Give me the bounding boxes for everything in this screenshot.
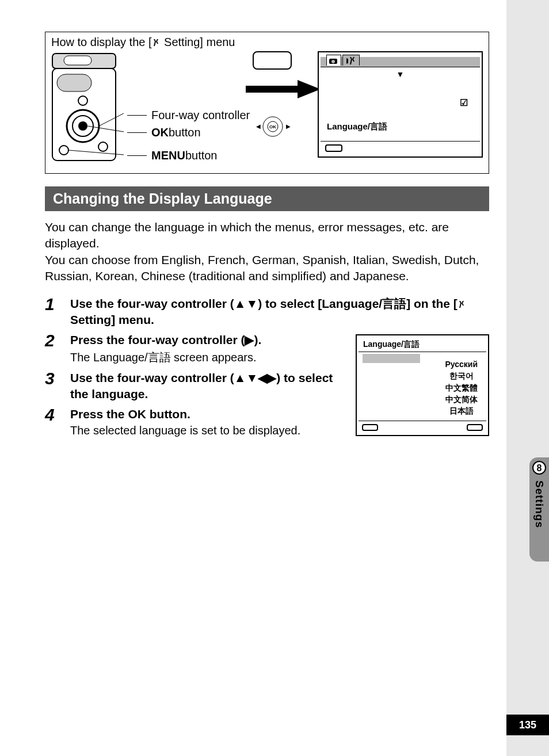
menu-label: MENU (151, 149, 185, 162)
menu-suffix: button (185, 149, 218, 162)
diagram-title-post: Setting] menu (161, 36, 235, 48)
step-subtext: The selected language is set to be displ… (70, 424, 341, 437)
label-ok: OK button (127, 126, 201, 139)
diagram-title: How to display the [ Setting] menu (51, 36, 483, 49)
step-heading: Press the OK button. (70, 406, 341, 422)
chapter-label: Settings (533, 480, 546, 528)
svg-text:OK: OK (269, 124, 276, 129)
step-number: 1 (45, 296, 70, 327)
side-panel: 8 Settings 135 (506, 0, 549, 756)
lang-option: 日本語 (445, 405, 478, 417)
step1-post: Setting] menu. (70, 313, 154, 326)
step-1: 1 Use the four-way controller (▲▼) to se… (45, 296, 489, 327)
lcd-footer (321, 141, 480, 155)
svg-text:▶: ▶ (286, 123, 291, 129)
label-fourway: Four-way controller (127, 109, 250, 122)
lang-option: 中文简体 (445, 394, 478, 405)
lcd-menu-button-icon (325, 144, 342, 152)
wrench-icon (458, 300, 467, 309)
ok-label: OK (151, 126, 169, 139)
footer-menu-button-icon (362, 424, 378, 431)
step-3: 3 Use the four-way controller (▲▼◀▶) to … (45, 370, 341, 402)
language-screen-footer (359, 421, 486, 433)
svg-point-21 (331, 60, 335, 63)
section-title: Changing the Display Language (45, 186, 489, 211)
step-4: 4 Press the OK button. The selected lang… (45, 406, 341, 437)
lang-option: 中文繁體 (445, 382, 478, 394)
steps-with-figure: 2 Press the four-way controller (▶). The… (45, 332, 489, 442)
step-heading: Use the four-way controller (▲▼◀▶) to se… (70, 370, 341, 402)
step1-pre: Use the four-way controller (▲▼) to sele… (70, 297, 458, 310)
diagram-title-pre: How to display the [ (51, 36, 152, 48)
arrow-icon (246, 79, 326, 100)
ok-suffix: button (169, 126, 201, 139)
lang-option: 한국어 (445, 370, 478, 381)
step4-post: button. (146, 407, 190, 421)
svg-rect-18 (246, 86, 298, 93)
svg-rect-3 (57, 74, 92, 91)
language-select-screen: Language/言語 Русский 한국어 中文繁體 中文简体 日本語 (356, 334, 489, 436)
how-to-diagram: How to display the [ Setting] menu (45, 32, 489, 174)
page-number: 135 (506, 715, 549, 735)
step-heading: Use the four-way controller (▲▼) to sele… (70, 296, 489, 327)
diagram-body: Four-way controller OK button MENU butto… (51, 51, 483, 166)
chapter-tab: 8 Settings (529, 457, 549, 562)
svg-rect-1 (64, 56, 92, 65)
tab-camera-icon (326, 55, 341, 66)
language-highlight (363, 354, 420, 363)
svg-marker-19 (298, 80, 321, 98)
lcd-language-row: Language/言語 (327, 121, 387, 132)
step4-pre: Press the (70, 407, 128, 421)
lcd-tabs (321, 54, 480, 67)
lang-option: Русский (445, 358, 478, 370)
wrench-icon (152, 38, 161, 47)
svg-text:◀: ◀ (256, 123, 261, 129)
step-number: 4 (45, 406, 70, 437)
down-arrow-icon: ▼ (396, 70, 405, 79)
svg-point-7 (78, 121, 87, 131)
step-number: 2 (45, 332, 70, 365)
step-2: 2 Press the four-way controller (▶). The… (45, 332, 341, 365)
settings-menu-screen: ▼ ☑ Language/言語 (318, 51, 483, 158)
tab-tools-icon (348, 55, 360, 66)
step-number: 3 (45, 370, 70, 402)
footer-ok-button-icon (467, 424, 483, 431)
menu-button-outline (253, 51, 292, 70)
lcd-body: ▼ ☑ Language/言語 (319, 67, 482, 141)
label-menu: MENU button (127, 149, 218, 162)
step-subtext: The Language/言語 screen appears. (70, 350, 341, 365)
steps-list: 1 Use the four-way controller (▲▼) to se… (45, 296, 489, 442)
language-options: Русский 한국어 中文繁體 中文简体 日本語 (445, 358, 478, 417)
step4-ok: OK (128, 407, 146, 421)
language-screen-title: Language/言語 (359, 337, 486, 352)
ok-controller-icon: OK ◀ ▶ (253, 112, 293, 141)
page-content: How to display the [ Setting] menu (0, 0, 506, 756)
intro-paragraph: You can change the language in which the… (45, 219, 489, 284)
chapter-number: 8 (532, 461, 546, 475)
label-fourway-text: Four-way controller (151, 109, 250, 122)
camera-illustration (51, 51, 124, 166)
step-heading: Press the four-way controller (▶). (70, 332, 341, 348)
check-icon: ☑ (460, 97, 468, 108)
